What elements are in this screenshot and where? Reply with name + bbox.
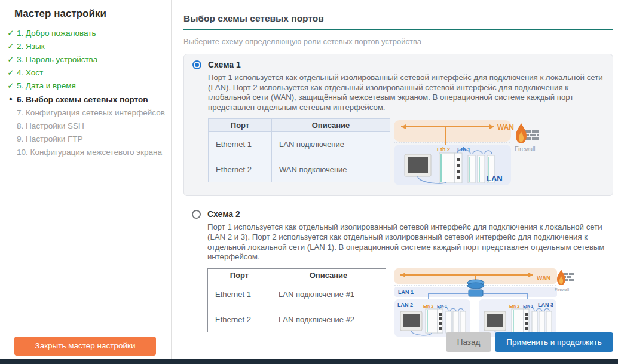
wizard-title: Мастер настройки (0, 0, 171, 20)
table-header-port: Порт (209, 119, 272, 132)
eth1-label: Eth 1 (437, 304, 447, 308)
module-icon (460, 311, 466, 333)
apply-continue-button[interactable]: Применить и продолжить (495, 332, 613, 352)
sidebar-footer: Закрыть мастер настройки (0, 332, 172, 359)
table-row: Ethernet 1 LAN подключение #1 (208, 282, 386, 307)
lan1-label: LAN 1 (398, 289, 414, 295)
check-icon: ✓ (6, 53, 16, 66)
description-cell: LAN подключение #2 (271, 307, 386, 332)
firewall-icon (516, 123, 539, 143)
wan-label: WAN (497, 123, 514, 131)
bullet-icon: • (6, 93, 16, 106)
module-icon (532, 311, 537, 333)
eth2-label: Eth 2 (437, 146, 450, 152)
eth1-label: Eth 1 (457, 146, 470, 152)
sidebar-step-firewall: 10. Конфигурация межсетевого экрана (0, 146, 171, 159)
module-icon (546, 311, 552, 333)
step-label: 3. Пароль устройства (17, 53, 97, 66)
description-cell: LAN подключение (272, 132, 390, 157)
scheme-2-network-diagram: WAN LAN 1 LAN 2 (394, 268, 575, 337)
eth2-label: Eth 2 (509, 304, 519, 308)
firewall-label: Firewall (555, 287, 570, 292)
step-label: 2. Язык (17, 40, 45, 53)
scheme-1-label: Схема 1 (208, 60, 241, 69)
wizard-sidebar: Мастер настройки ✓1. Добро пожаловать ✓2… (0, 0, 172, 359)
check-icon: ✓ (6, 79, 16, 93)
description-cell: WAN подключение (272, 157, 390, 182)
close-wizard-button[interactable]: Закрыть мастер настройки (14, 337, 156, 356)
sidebar-step-host[interactable]: ✓4. Хост (0, 66, 171, 79)
module-icon (478, 155, 485, 183)
table-row: Ethernet 2 WAN подключение (209, 157, 390, 182)
page-title: Выбор схемы сетевых портов (183, 13, 613, 24)
wan-label: WAN (537, 275, 550, 282)
scheme-2-radio[interactable] (192, 210, 201, 219)
check-icon: ✓ (6, 27, 16, 40)
table-header-description: Описание (271, 268, 386, 282)
check-icon: ✓ (6, 40, 16, 53)
step-label: 9. Настройки FTP (17, 133, 82, 146)
step-label: 10. Конфигурация межсетевого экрана (17, 146, 162, 159)
port-cell: Ethernet 2 (208, 307, 271, 332)
module-icon (468, 155, 475, 183)
eth2-label: Eth 2 (423, 304, 433, 308)
scheme-1-radio[interactable] (192, 60, 201, 69)
wizard-step-list: ✓1. Добро пожаловать ✓2. Язык ✓3. Пароль… (0, 27, 171, 159)
sidebar-step-date-time[interactable]: ✓5. Дата и время (0, 79, 171, 93)
table-header-port: Порт (208, 268, 271, 282)
scheme-1-network-diagram: WAN (394, 118, 615, 187)
scheme-2-option[interactable]: Схема 2 Порт 1 используется как отдельны… (183, 204, 613, 345)
eth1-label: Eth 1 (523, 304, 533, 308)
setup-wizard-window: Мастер настройки ✓1. Добро пожаловать ✓2… (0, 0, 618, 364)
sidebar-step-port-scheme[interactable]: •6. Выбор схемы сетевых портов (0, 93, 171, 106)
back-button[interactable]: Назад (446, 332, 491, 352)
table-row: Ethernet 2 LAN подключение #2 (208, 307, 386, 332)
scheme-1-description: Порт 1 используется как отдельный изолир… (208, 73, 604, 112)
firewall-icon (557, 270, 574, 285)
scheme-2-ports-table: Порт Описание Ethernet 1 LAN подключение… (207, 268, 386, 332)
step-label: 8. Настройки SSH (17, 120, 84, 133)
step-label: 6. Выбор схемы сетевых портов (17, 93, 148, 106)
router-icon (467, 280, 484, 296)
sidebar-step-ftp: 9. Настройки FTP (0, 133, 171, 146)
sidebar-step-language[interactable]: ✓2. Язык (0, 40, 171, 53)
description-cell: LAN подключение #1 (271, 282, 386, 307)
lan3-label: LAN 3 (538, 302, 553, 308)
module-icon (453, 311, 458, 333)
lan-label: LAN (487, 174, 503, 183)
sidebar-step-network-interfaces: 7. Конфигурация сетевых интерфейсов (0, 106, 171, 120)
step-label: 1. Добро пожаловать (17, 27, 96, 40)
sidebar-step-welcome[interactable]: ✓1. Добро пожаловать (0, 27, 171, 40)
step-label: 4. Хост (17, 66, 43, 79)
title-underline (183, 29, 613, 30)
sidebar-step-ssh: 8. Настройки SSH (0, 120, 171, 133)
page-subtitle: Выберите схему определяющую роли сетевых… (183, 37, 613, 46)
port-cell: Ethernet 1 (209, 132, 272, 157)
scheme-1-option[interactable]: Схема 1 Порт 1 используется как отдельны… (183, 54, 613, 196)
wizard-footer-actions: Назад Применить и продолжить (446, 332, 613, 352)
scheme-1-ports-table: Порт Описание Ethernet 1 LAN подключение… (208, 118, 390, 182)
check-icon: ✓ (6, 66, 16, 79)
port-cell: Ethernet 1 (208, 282, 271, 307)
wan-zone (394, 120, 511, 142)
port-cell: Ethernet 2 (209, 157, 272, 182)
table-header-description: Описание (272, 119, 390, 132)
scheme-2-label: Схема 2 (207, 209, 240, 219)
wizard-content: Выбор схемы сетевых портов Выберите схем… (172, 0, 618, 359)
step-label: 7. Конфигурация сетевых интерфейсов (17, 106, 165, 120)
window-bottom-bar (0, 359, 618, 364)
module-icon (539, 311, 544, 333)
lan2-label: LAN 2 (397, 302, 413, 308)
scheme-2-description: Порт 1 используется как отдельный изолир… (207, 222, 605, 262)
table-row: Ethernet 1 LAN подключение (209, 132, 390, 157)
sidebar-step-device-password[interactable]: ✓3. Пароль устройства (0, 53, 171, 66)
step-label: 5. Дата и время (17, 79, 76, 93)
firewall-label: Firewall (515, 146, 535, 152)
module-icon (446, 311, 451, 333)
